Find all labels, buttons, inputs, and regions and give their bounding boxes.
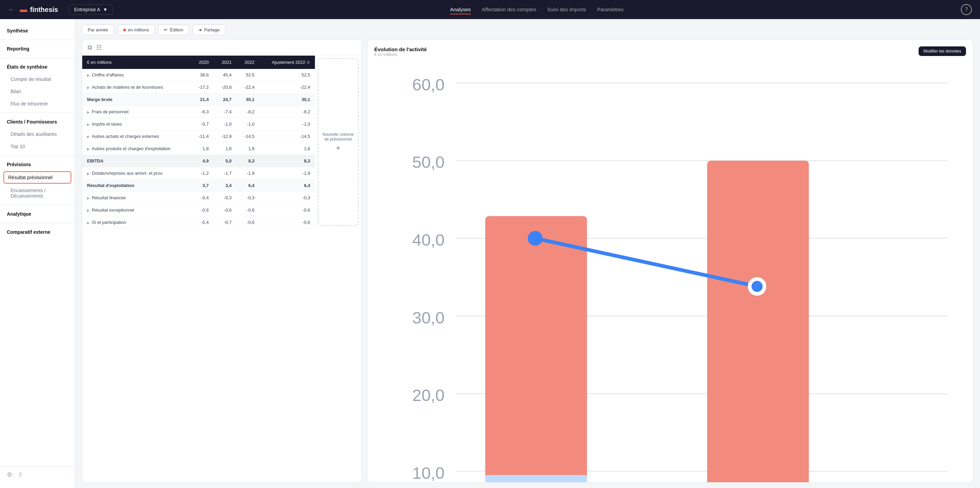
chevron-down-icon: ▼ xyxy=(103,7,108,12)
table-row: ▶Résultat financier-0,4-0,3-0,3-0,3 xyxy=(82,192,315,204)
cell-value: -1,0 xyxy=(259,118,315,130)
content-area: ⧉ ☷ € en millions 2020 2021 2022 A xyxy=(82,39,973,483)
new-column-label: Nouvelle colonne de prévisionnel xyxy=(318,132,358,141)
filter-button[interactable]: ☷ xyxy=(96,44,102,51)
svg-text:60,0: 60,0 xyxy=(412,75,445,94)
nav-suivi[interactable]: Suivi des imports xyxy=(547,5,586,14)
sidebar-item-resultat-previsionnel[interactable]: Résultat prévisionnel xyxy=(3,171,71,184)
cell-value: -0,3 xyxy=(259,192,315,204)
top-navigation: ← ▬ finthesis Entreprise A ▼ Analyses Af… xyxy=(0,0,980,19)
cell-value: -14,5 xyxy=(237,130,259,143)
sidebar-item-comparatif[interactable]: Comparatif externe xyxy=(0,226,75,238)
row-label: Autres produits et charges d'exploitatio… xyxy=(92,146,170,151)
cell-value: -0,6 xyxy=(259,204,315,216)
expand-arrow-icon[interactable]: ▶ xyxy=(87,110,90,114)
cell-value: -1,9 xyxy=(237,167,259,180)
gear-icon[interactable]: ⚙ xyxy=(7,471,12,478)
cell-value: -22,4 xyxy=(259,81,315,94)
sidebar-item-details-auxiliaires[interactable]: Détails des auxiliaires xyxy=(0,128,75,140)
sidebar-item-etats-synthese[interactable]: États de synthèse xyxy=(0,61,75,73)
col-header-2020: 2020 xyxy=(191,56,213,69)
logo-text: finthesis xyxy=(30,6,58,14)
cell-value: 3,7 xyxy=(191,180,213,192)
sidebar-item-analytique[interactable]: Analytique xyxy=(0,208,75,220)
cell-value: -1,2 xyxy=(191,167,213,180)
nav-analyses[interactable]: Analyses xyxy=(450,5,471,14)
sidebar-item-clients-fournisseurs[interactable]: Clients / Fournisseurs xyxy=(0,116,75,128)
expand-arrow-icon[interactable]: ▶ xyxy=(87,73,90,77)
table-with-new-col: € en millions 2020 2021 2022 Ajustement … xyxy=(82,56,361,229)
row-label: Résultat exceptionnel xyxy=(92,207,134,213)
sidebar-item-previsions[interactable]: Prévisions xyxy=(0,158,75,171)
row-label: Autres achats et charges externes xyxy=(92,134,159,139)
expand-arrow-icon[interactable]: ▶ xyxy=(87,147,90,151)
svg-rect-15 xyxy=(485,475,587,483)
expand-arrow-icon[interactable]: ▶ xyxy=(87,122,90,126)
sidebar-item-top10[interactable]: Top 10 xyxy=(0,140,75,153)
help-button[interactable]: ? xyxy=(961,4,972,15)
en-millions-button[interactable]: en millions xyxy=(118,25,154,35)
cell-value: 38,6 xyxy=(191,69,213,81)
sidebar-item-flux[interactable]: Flux de trésorerie xyxy=(0,98,75,110)
expand-arrow-icon[interactable]: ▶ xyxy=(87,208,90,212)
company-name: Entreprise A xyxy=(74,7,100,12)
expand-arrow-icon[interactable]: ▶ xyxy=(87,221,90,224)
new-column-card[interactable]: Nouvelle colonne de prévisionnel + xyxy=(318,58,359,226)
expand-arrow-icon[interactable]: ▶ xyxy=(87,86,90,89)
chart-edit-button[interactable]: Modifier les données xyxy=(919,46,966,56)
share-icon: ➜ xyxy=(198,27,202,32)
main-nav: Analyses Affectation des comptes Suivi d… xyxy=(121,5,953,14)
logo-icon: ▬ xyxy=(20,5,27,14)
chart-svg: 60,0 50,0 40,0 30,0 20,0 10,0 0,0 xyxy=(374,64,966,483)
logo: ▬ finthesis xyxy=(20,5,58,14)
cell-value: -8,2 xyxy=(259,106,315,118)
cell-value: -12,9 xyxy=(213,130,237,143)
expand-arrow-icon[interactable]: ▶ xyxy=(87,135,90,138)
cell-value: 6,4 xyxy=(237,180,259,192)
cell-value: -0,6 xyxy=(237,216,259,229)
row-label: Résultat financier xyxy=(92,195,126,200)
col-settings-icon[interactable]: ⚙ xyxy=(306,60,310,65)
svg-text:10,0: 10,0 xyxy=(412,464,445,482)
cell-value: -22,4 xyxy=(237,81,259,94)
back-button[interactable]: ← xyxy=(8,6,14,13)
table-row: Résultat d'exploitation3,73,46,46,4 xyxy=(82,180,315,192)
sidebar-item-bilan[interactable]: Bilan xyxy=(0,85,75,98)
cell-value: 8,3 xyxy=(259,155,315,167)
svg-text:50,0: 50,0 xyxy=(412,153,445,171)
sidebar-item-reporting[interactable]: Reporting xyxy=(0,43,75,55)
row-label: Achats de matières et de fournitures xyxy=(92,85,163,90)
sidebar-item-encaissements[interactable]: Encaissements / Décaissements xyxy=(0,184,75,202)
cell-value: -0,3 xyxy=(213,192,237,204)
table-row: ▶Dotation/reprises aux amort. et prov.-1… xyxy=(82,167,315,180)
cell-value: -1,9 xyxy=(259,167,315,180)
row-label: EBITDA xyxy=(87,158,103,164)
edition-button[interactable]: ✏ Édition xyxy=(158,25,189,35)
row-label: Frais de personnel xyxy=(92,109,129,114)
svg-text:40,0: 40,0 xyxy=(412,231,445,249)
sidebar-item-synthese[interactable]: Synthèse xyxy=(0,25,75,37)
cell-value: -1,0 xyxy=(213,118,237,130)
sidebar-item-compte-resultat[interactable]: Compte de résultat xyxy=(0,73,75,85)
copy-button[interactable]: ⧉ xyxy=(88,44,92,51)
dot-icon xyxy=(123,29,126,32)
partage-button[interactable]: ➜ Partage xyxy=(192,25,226,35)
nav-affectation[interactable]: Affectation des comptes xyxy=(482,5,536,14)
table-toolbar: ⧉ ☷ xyxy=(82,40,361,56)
col-header-2021: 2021 xyxy=(213,56,237,69)
expand-arrow-icon[interactable]: ▶ xyxy=(87,196,90,200)
cell-value: -17,2 xyxy=(191,81,213,94)
par-annee-button[interactable]: Par année xyxy=(82,25,114,35)
svg-text:20,0: 20,0 xyxy=(412,386,445,404)
nav-parametres[interactable]: Paramètres xyxy=(597,5,624,14)
cell-value: -7,4 xyxy=(213,106,237,118)
add-column-icon[interactable]: + xyxy=(336,144,340,153)
row-label: Marge brute xyxy=(87,97,112,102)
toolbar: Par année en millions ✏ Édition ➜ Partag… xyxy=(82,25,973,35)
expand-arrow-icon[interactable]: ▶ xyxy=(87,172,90,175)
upload-icon[interactable]: ⇧ xyxy=(18,471,23,478)
chart-section: Évolution de l'activité € en millions Mo… xyxy=(367,39,973,483)
cell-value: -1,0 xyxy=(237,118,259,130)
company-selector[interactable]: Entreprise A ▼ xyxy=(69,5,113,15)
cell-value: 1,8 xyxy=(191,143,213,155)
